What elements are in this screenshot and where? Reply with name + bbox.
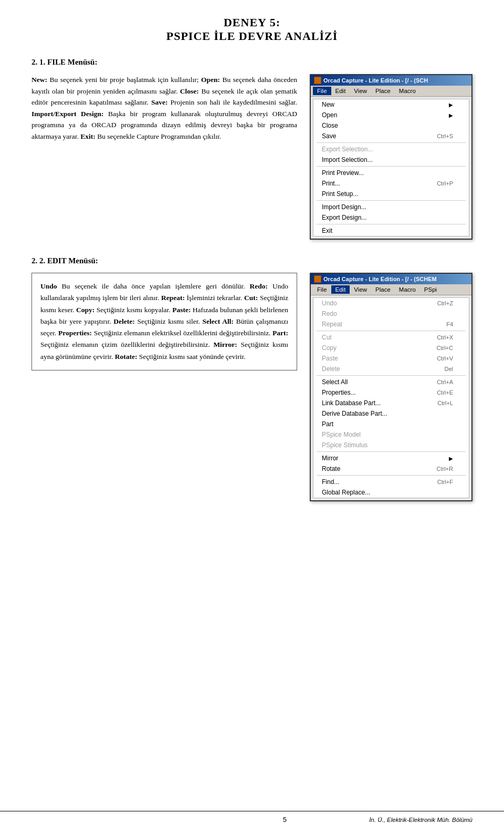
menu-item-exit[interactable]: Exit	[313, 225, 469, 236]
section2-text: Undo Bu seçenek ile daha önce yapılan iş…	[40, 282, 288, 361]
menu-item-save[interactable]: SaveCtrl+S	[313, 131, 469, 141]
file-titlebar-text: Orcad Capture - Lite Edition - [/ - (SCH	[323, 77, 428, 84]
file-menu-titlebar: Orcad Capture - Lite Edition - [/ - (SCH	[311, 75, 471, 86]
edit-menubar-place[interactable]: Place	[371, 285, 395, 294]
edit-sep-3	[317, 451, 466, 452]
edit-menu-mirror[interactable]: Mirror▶	[313, 453, 469, 464]
edit-menu-derivedb[interactable]: Derive Database Part...	[313, 408, 469, 419]
footer-right: İn. Ü., Elektrik-Elektronik Müh. Bölümü	[369, 817, 472, 823]
section2-menu-image: Orcad Capture - Lite Edition - [/ - (SCH…	[310, 273, 472, 501]
edit-menubar-view[interactable]: View	[350, 285, 371, 294]
menu-item-print-setup[interactable]: Print Setup...	[313, 189, 469, 199]
edit-sep-4	[317, 475, 466, 476]
menu-item-export-sel: Export Selection...	[313, 144, 469, 155]
edit-menu-window: Orcad Capture - Lite Edition - [/ - (SCH…	[310, 273, 472, 501]
edit-menu-copy: CopyCtrl+C	[313, 343, 469, 353]
edit-menu-globalreplace[interactable]: Global Replace...	[313, 487, 469, 498]
titlebar-icon	[314, 77, 321, 84]
menu-separator-2	[317, 166, 466, 167]
menu-item-close[interactable]: Close	[313, 120, 469, 131]
edit-menu-cut: CutCtrl+X	[313, 332, 469, 343]
edit-menu-repeat: RepeatF4	[313, 319, 469, 330]
menu-separator-4	[317, 224, 466, 224]
menu-item-import-design[interactable]: Import Design...	[313, 202, 469, 212]
section1-header: 2. 1. FILE Menüsü:	[32, 58, 472, 67]
page-title: DENEY 5: PSPICE İLE DEVRE ANALİZİ	[32, 16, 472, 43]
menu-separator-1	[317, 142, 466, 143]
section1-two-col: New: Bu seçenek yeni bir proje başlatmak…	[32, 74, 472, 240]
section1: 2. 1. FILE Menüsü: New: Bu seçenek yeni …	[32, 58, 472, 240]
edit-menubar-macro[interactable]: Macro	[395, 285, 420, 294]
menubar-view[interactable]: View	[350, 87, 371, 95]
edit-menu-linkdb[interactable]: Link Database Part...Ctrl+L	[313, 398, 469, 408]
menu-item-import-sel[interactable]: Import Selection...	[313, 155, 469, 165]
section2-text-box: Undo Bu seçenek ile daha önce yapılan iş…	[32, 273, 297, 370]
edit-menu-pspice-stim: PSpice Stimulus	[313, 440, 469, 450]
new-label: New: Bu seçenek yeni bir proje başlatmak…	[32, 76, 297, 140]
edit-menu-rotate[interactable]: RotateCtrl+R	[313, 464, 469, 474]
page-container: DENEY 5: PSPICE İLE DEVRE ANALİZİ 2. 1. …	[0, 0, 504, 834]
edit-sep-1	[317, 331, 466, 331]
edit-menu-paste: PasteCtrl+V	[313, 353, 469, 364]
section2-header: 2. 2. EDIT Menüsü:	[32, 256, 472, 265]
section1-text: New: Bu seçenek yeni bir proje başlatmak…	[32, 74, 297, 240]
edit-menu-titlebar: Orcad Capture - Lite Edition - [/ - (SCH…	[311, 274, 471, 284]
edit-menu-properties[interactable]: Properties...Ctrl+E	[313, 387, 469, 398]
menu-item-print-preview[interactable]: Print Preview...	[313, 168, 469, 178]
edit-menubar-file[interactable]: File	[313, 285, 331, 294]
edit-menu-selectall[interactable]: Select AllCtrl+A	[313, 377, 469, 387]
file-menu-content: New▶ Open▶ Close SaveCtrl+S Export Selec…	[313, 99, 469, 236]
edit-titlebar-icon	[314, 275, 321, 283]
file-menu-window: Orcad Capture - Lite Edition - [/ - (SCH…	[310, 74, 472, 240]
edit-menu-content: UndoCtrl+Z Redo RepeatF4 CutCtrl+X CopyC…	[313, 297, 469, 498]
menubar-macro[interactable]: Macro	[395, 87, 420, 95]
edit-menu-menubar: File Edit View Place Macro PSpi	[311, 284, 471, 295]
page-number: 5	[201, 816, 370, 823]
menu-item-open[interactable]: Open▶	[313, 110, 469, 120]
section2-two-col: Undo Bu seçenek ile daha önce yapılan iş…	[32, 273, 472, 501]
title-line2: PSPICE İLE DEVRE ANALİZİ	[32, 29, 472, 43]
edit-menu-delete: DeleteDel	[313, 364, 469, 374]
section1-menu-image: Orcad Capture - Lite Edition - [/ - (SCH…	[310, 74, 472, 240]
menu-item-export-design[interactable]: Export Design...	[313, 212, 469, 223]
title-line1: DENEY 5:	[32, 16, 472, 29]
edit-menu-part[interactable]: Part	[313, 419, 469, 429]
menu-separator-3	[317, 200, 466, 201]
edit-menubar-edit[interactable]: Edit	[331, 285, 350, 294]
edit-titlebar-text: Orcad Capture - Lite Edition - [/ - (SCH…	[323, 276, 437, 282]
menu-item-print[interactable]: Print...Ctrl+P	[313, 178, 469, 189]
menubar-edit[interactable]: Edit	[331, 87, 350, 95]
section2-text-col: Undo Bu seçenek ile daha önce yapılan iş…	[32, 273, 297, 501]
edit-menu-find[interactable]: Find...Ctrl+F	[313, 477, 469, 487]
page-footer: 5 İn. Ü., Elektrik-Elektronik Müh. Bölüm…	[0, 811, 504, 823]
menu-item-new[interactable]: New▶	[313, 99, 469, 110]
edit-menu-redo: Redo	[313, 308, 469, 319]
file-menu-menubar: File Edit View Place Macro	[311, 86, 471, 97]
menubar-file[interactable]: File	[313, 87, 331, 95]
section2: 2. 2. EDIT Menüsü: Undo Bu seçenek ile d…	[32, 256, 472, 501]
edit-sep-2	[317, 375, 466, 376]
edit-menu-pspice-model: PSpice Model	[313, 429, 469, 440]
edit-menubar-pspi[interactable]: PSpi	[420, 285, 441, 294]
menubar-place[interactable]: Place	[371, 87, 395, 95]
edit-menu-undo: UndoCtrl+Z	[313, 298, 469, 308]
